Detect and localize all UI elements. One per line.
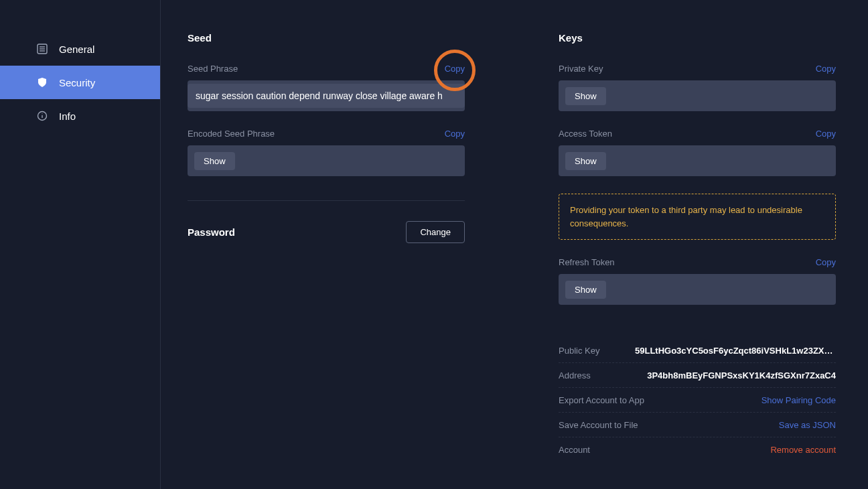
- seed-phrase-value[interactable]: sugar session caution depend runway clos…: [188, 84, 465, 108]
- seed-phrase-copy-link[interactable]: Copy: [445, 64, 465, 74]
- sidebar-item-general[interactable]: General: [0, 32, 160, 66]
- seed-phrase-header: Seed Phrase Copy: [188, 64, 465, 74]
- encoded-seed-header: Encoded Seed Phrase Copy: [188, 129, 465, 139]
- public-key-value: 59LLtHGo3cYC5osF6ycZqct86iVSHkL1w23ZXT88…: [635, 346, 836, 356]
- sidebar-item-label: Info: [59, 111, 76, 122]
- address-row: Address 3P4bh8mBEyFGNPSxsKY1K4zfSGXnr7Zx…: [559, 363, 836, 388]
- address-value: 3P4bh8mBEyFGNPSxsKY1K4zfSGXnr7ZxaC4: [647, 370, 836, 380]
- public-key-row: Public Key 59LLtHGo3cYC5osF6ycZqct86iVSH…: [559, 338, 836, 363]
- encoded-seed-label: Encoded Seed Phrase: [188, 129, 275, 139]
- encoded-seed-show-button[interactable]: Show: [194, 152, 235, 170]
- public-key-label: Public Key: [559, 346, 599, 356]
- sidebar-item-label: Security: [59, 77, 95, 88]
- password-section: Password Change: [188, 221, 465, 243]
- keys-section: Keys Private Key Copy Show Access Token …: [559, 32, 836, 462]
- access-token-label: Access Token: [559, 129, 612, 139]
- sidebar-item-security[interactable]: Security: [0, 66, 160, 99]
- access-token-show-button[interactable]: Show: [565, 152, 606, 170]
- access-token-box: Show: [559, 145, 836, 176]
- token-warning: Providing your token to a third party ma…: [559, 194, 836, 240]
- encoded-seed-copy-link[interactable]: Copy: [445, 129, 465, 139]
- private-key-box: Show: [559, 80, 836, 111]
- password-title: Password: [188, 226, 235, 238]
- list-icon: [36, 43, 48, 55]
- refresh-token-box: Show: [559, 274, 836, 305]
- save-label: Save Account to File: [559, 420, 638, 430]
- divider: [188, 200, 465, 201]
- svg-point-6: [42, 113, 42, 114]
- account-row: Account Remove account: [559, 437, 836, 462]
- keys-title: Keys: [559, 32, 836, 44]
- access-token-copy-link[interactable]: Copy: [816, 129, 836, 139]
- shield-icon: [36, 76, 48, 88]
- access-token-header: Access Token Copy: [559, 129, 836, 139]
- info-icon: [36, 110, 48, 122]
- save-row: Save Account to File Save as JSON: [559, 413, 836, 437]
- private-key-label: Private Key: [559, 64, 603, 74]
- save-link[interactable]: Save as JSON: [779, 420, 836, 430]
- change-password-button[interactable]: Change: [406, 221, 465, 243]
- seed-phrase-box: sugar session caution depend runway clos…: [188, 80, 465, 111]
- sidebar: General Security Info: [0, 0, 161, 489]
- export-row: Export Account to App Show Pairing Code: [559, 388, 836, 413]
- remove-account-link[interactable]: Remove account: [770, 445, 836, 455]
- sidebar-item-label: General: [59, 44, 94, 55]
- refresh-token-label: Refresh Token: [559, 257, 615, 267]
- refresh-token-copy-link[interactable]: Copy: [816, 257, 836, 267]
- account-label: Account: [559, 445, 590, 455]
- sidebar-item-info[interactable]: Info: [0, 99, 160, 133]
- seed-section: Seed Seed Phrase Copy sugar session caut…: [188, 32, 465, 462]
- encoded-seed-box: Show: [188, 145, 465, 176]
- refresh-token-header: Refresh Token Copy: [559, 257, 836, 267]
- seed-title: Seed: [188, 32, 465, 44]
- private-key-header: Private Key Copy: [559, 64, 836, 74]
- address-label: Address: [559, 370, 591, 380]
- seed-phrase-label: Seed Phrase: [188, 64, 238, 74]
- content: Seed Seed Phrase Copy sugar session caut…: [161, 0, 868, 489]
- refresh-token-show-button[interactable]: Show: [565, 281, 606, 299]
- export-label: Export Account to App: [559, 395, 644, 405]
- private-key-show-button[interactable]: Show: [565, 87, 606, 105]
- export-link[interactable]: Show Pairing Code: [762, 395, 836, 405]
- private-key-copy-link[interactable]: Copy: [816, 64, 836, 74]
